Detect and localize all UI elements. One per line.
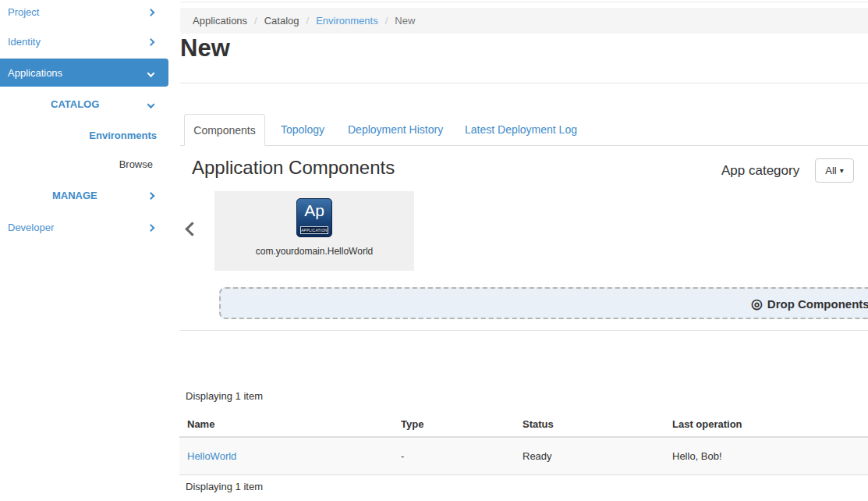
sidebar: Project Identity Applications CATALOG En… bbox=[0, 0, 168, 501]
sidebar-item-label: Identity bbox=[8, 36, 41, 48]
sidebar-item-identity[interactable]: Identity bbox=[0, 30, 168, 53]
breadcrumb-item-environments[interactable]: Environments bbox=[316, 15, 377, 27]
app-category-label: App category bbox=[721, 163, 799, 179]
chevron-right-icon bbox=[148, 6, 154, 18]
table-row: HelloWorld - Ready Hello, Bob! bbox=[179, 437, 868, 474]
main-content: Applications / Catalog / Environments / … bbox=[168, 0, 868, 501]
breadcrumb-item-catalog: Catalog bbox=[264, 15, 299, 27]
column-header-status: Status bbox=[515, 412, 664, 437]
sidebar-item-label: CATALOG bbox=[51, 98, 99, 110]
application-tile[interactable]: Ap APPLICATION com.yourdomain.HelloWorld bbox=[214, 191, 414, 271]
component-name-link[interactable]: HelloWorld bbox=[187, 450, 236, 462]
component-type-cell: - bbox=[393, 437, 515, 474]
breadcrumb-item-applications: Applications bbox=[193, 15, 247, 27]
chevron-down-icon bbox=[148, 67, 154, 79]
column-header-last-operation: Last operation bbox=[664, 412, 868, 437]
title-divider bbox=[180, 83, 868, 84]
application-tile-name: com.yourdomain.HelloWorld bbox=[214, 246, 414, 257]
sidebar-item-label: Developer bbox=[8, 222, 54, 233]
app-category-selected: All bbox=[825, 165, 836, 176]
components-table: Name Type Status Last operation HelloWor… bbox=[179, 412, 868, 475]
breadcrumb-separator: / bbox=[306, 15, 310, 27]
tab-deployment-history[interactable]: Deployment History bbox=[348, 114, 443, 145]
carousel-prev-icon[interactable] bbox=[185, 222, 199, 236]
breadcrumb-item-new: New bbox=[395, 15, 415, 27]
breadcrumb-separator: / bbox=[385, 15, 388, 27]
tab-topology[interactable]: Topology bbox=[281, 114, 324, 145]
tab-latest-deployment-log[interactable]: Latest Deployment Log bbox=[465, 114, 577, 145]
table-count-bottom: Displaying 1 item bbox=[186, 481, 263, 492]
application-components-heading: Application Components bbox=[192, 157, 395, 179]
tab-components[interactable]: Components bbox=[184, 114, 265, 146]
sidebar-item-manage[interactable]: MANAGE bbox=[0, 183, 168, 207]
sidebar-item-label: Project bbox=[8, 6, 39, 18]
component-last-operation-cell: Hello, Bob! bbox=[664, 437, 868, 474]
drop-target-icon: ◎ bbox=[751, 295, 763, 311]
chevron-right-icon bbox=[148, 36, 154, 48]
tab-bar: Components Topology Deployment History L… bbox=[180, 114, 868, 146]
section-divider bbox=[180, 330, 868, 331]
sidebar-item-catalog[interactable]: CATALOG bbox=[0, 92, 168, 115]
chevron-down-icon bbox=[148, 98, 154, 110]
breadcrumb-separator: / bbox=[254, 15, 257, 27]
top-divider bbox=[180, 2, 868, 2]
application-icon: Ap APPLICATION bbox=[296, 198, 332, 237]
sidebar-item-project[interactable]: Project bbox=[0, 0, 168, 23]
chevron-right-icon bbox=[148, 190, 154, 201]
table-header-row: Name Type Status Last operation bbox=[179, 412, 868, 437]
chevron-right-icon bbox=[148, 222, 154, 233]
table-count-top: Displaying 1 item bbox=[186, 390, 263, 402]
page-title: New bbox=[180, 34, 230, 62]
application-icon-caption: APPLICATION bbox=[300, 226, 328, 234]
component-drop-zone[interactable]: ◎ Drop Components here bbox=[219, 287, 868, 319]
application-icon-text: Ap bbox=[297, 199, 331, 222]
sidebar-item-developer[interactable]: Developer bbox=[0, 215, 168, 239]
sidebar-item-label: MANAGE bbox=[52, 190, 97, 201]
sidebar-item-label: Environments bbox=[89, 130, 157, 141]
sidebar-item-applications[interactable]: Applications bbox=[0, 59, 168, 87]
app-category-dropdown[interactable]: All ▾ bbox=[815, 158, 854, 183]
component-status-cell: Ready bbox=[515, 437, 664, 474]
column-header-name: Name bbox=[179, 412, 393, 437]
drop-zone-label: ◎ Drop Components here bbox=[751, 295, 868, 311]
sidebar-item-environments[interactable]: Environments bbox=[0, 123, 168, 147]
sidebar-item-browse[interactable]: Browse bbox=[0, 153, 168, 175]
sidebar-item-label: Applications bbox=[8, 67, 62, 79]
breadcrumb: Applications / Catalog / Environments / … bbox=[180, 8, 868, 34]
column-header-type: Type bbox=[393, 412, 515, 437]
sidebar-item-label: Browse bbox=[119, 158, 153, 170]
caret-down-icon: ▾ bbox=[840, 167, 844, 175]
